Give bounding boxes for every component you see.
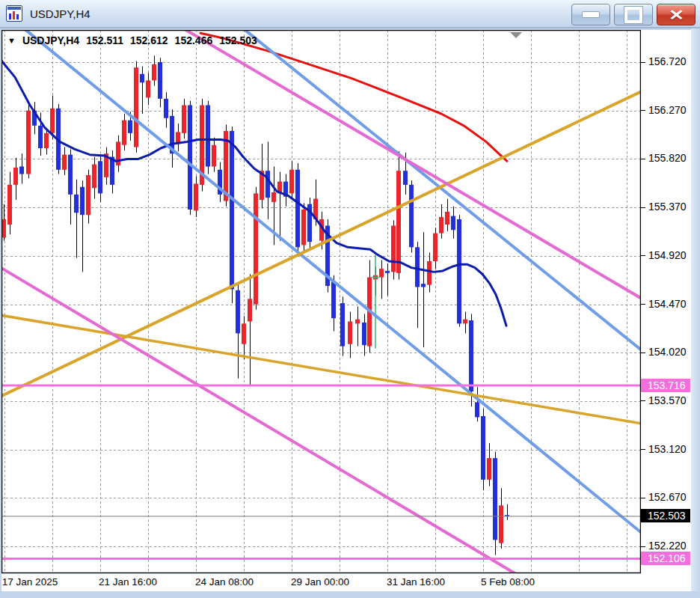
bull-candle (348, 322, 352, 344)
bull-candle (26, 111, 31, 174)
bull-candle (271, 192, 276, 202)
bear-candle (74, 195, 79, 213)
symbol-dropdown-arrow-icon[interactable]: ▼ (7, 34, 16, 46)
price-tick (641, 207, 645, 208)
bear-candle (128, 120, 132, 133)
price-tick (641, 449, 645, 450)
bear-candle (403, 171, 408, 185)
bear-candle (68, 155, 73, 195)
terminal-window: { "window": { "title": "USDJPY,H4" }, "c… (0, 0, 700, 598)
pink-channel-lower (1, 267, 516, 573)
bull-candle (50, 109, 55, 133)
bull-candle (134, 67, 138, 147)
price-axis-label: 155.370 (648, 201, 687, 213)
bull-candle (242, 323, 246, 344)
plot-border (2, 31, 641, 573)
bear-candle (164, 99, 168, 118)
price-axis[interactable]: 156.720156.270155.820155.370154.920154.4… (641, 30, 692, 573)
price-axis-label: 152.670 (648, 491, 687, 503)
level-price-label: 152.106 (641, 552, 690, 565)
bear-candle (188, 106, 192, 210)
bear-candle (493, 458, 497, 540)
bull-candle (7, 185, 12, 225)
chart-window-icon (6, 5, 22, 22)
price-axis-label: 156.270 (648, 104, 687, 116)
bear-candle (451, 216, 455, 231)
price-axis-label: 152.220 (648, 540, 687, 552)
bear-candle (340, 303, 345, 347)
price-axis-label: 154.920 (648, 249, 687, 261)
green-marker (372, 254, 379, 348)
bull-candle (379, 269, 384, 278)
titlebar-separator (0, 27, 700, 28)
bull-candle (44, 133, 49, 148)
bull-candle (152, 64, 156, 81)
bull-candle (122, 120, 126, 145)
maximize-button[interactable] (614, 4, 653, 25)
axis-corner (641, 573, 692, 591)
last-price-label: 152.503 (641, 509, 690, 522)
bear-candle (475, 402, 479, 417)
bear-candle (140, 74, 144, 83)
window-title: USDJPY,H4 (30, 7, 90, 20)
gold-descending (1, 315, 641, 424)
bull-candle (254, 193, 258, 304)
candlestick-chart[interactable] (1, 30, 641, 573)
bull-candle (463, 320, 467, 324)
bull-candle (194, 183, 198, 210)
chart-plot-area[interactable] (1, 30, 641, 573)
bull-candle (13, 168, 18, 185)
close-button[interactable]: ✕ (657, 4, 696, 25)
bull-candle (301, 210, 306, 245)
bear-candle (80, 187, 85, 215)
bear-candle (421, 284, 426, 287)
bull-candle (92, 165, 96, 189)
bull-candle (499, 505, 503, 543)
bear-candle (469, 320, 473, 391)
bear-candle (265, 171, 270, 198)
bear-candle (331, 281, 336, 318)
price-tick (641, 255, 645, 256)
blue-channel-upper (241, 30, 641, 350)
price-axis-label: 154.020 (648, 346, 687, 358)
time-axis-label: 21 Jan 16:00 (99, 576, 157, 588)
time-axis-label: 5 Feb 08:00 (481, 576, 535, 588)
chart-ohlc-header: ▼ USDJPY,H4 152.511 152.612 152.466 152.… (7, 34, 257, 46)
minimize-button[interactable] (571, 4, 610, 25)
bear-candle (206, 106, 210, 167)
quote-low: 152.466 (175, 34, 213, 46)
time-axis-label: 24 Jan 08:00 (195, 576, 254, 588)
bear-candle (230, 131, 234, 289)
price-tick (641, 304, 645, 305)
price-tick (641, 498, 645, 498)
title-bar: USDJPY,H4 ✕ (0, 0, 700, 27)
bear-candle (295, 170, 300, 248)
time-axis-label: 29 Jan 00:00 (291, 576, 349, 588)
bear-candle (236, 290, 240, 334)
bull-candle (62, 155, 67, 170)
ma-slow-red (200, 33, 507, 161)
bull-candle (439, 217, 443, 234)
gold-ascending (1, 91, 641, 397)
minimize-icon (582, 11, 600, 18)
price-tick (641, 546, 645, 547)
price-tick (641, 110, 645, 111)
close-icon: ✕ (669, 7, 684, 22)
window-right-border (691, 28, 700, 598)
bull-candle (427, 261, 432, 285)
time-axis-label: 17 Jan 2025 (2, 576, 58, 588)
bear-candle (98, 161, 102, 193)
time-axis-label: 31 Jan 16:00 (387, 576, 445, 588)
price-axis-label: 153.120 (648, 443, 687, 455)
price-tick (641, 62, 645, 63)
bear-candle (481, 416, 485, 480)
bear-candle (457, 219, 461, 323)
price-tick (641, 353, 645, 353)
bear-candle (19, 166, 24, 174)
bull-candle (433, 234, 438, 261)
bull-candle (212, 145, 216, 167)
time-axis[interactable]: 17 Jan 202521 Jan 16:0024 Jan 08:0029 Ja… (1, 574, 641, 591)
price-tick (641, 159, 645, 159)
window-bottom-border (0, 591, 700, 598)
bear-candle (158, 62, 162, 99)
